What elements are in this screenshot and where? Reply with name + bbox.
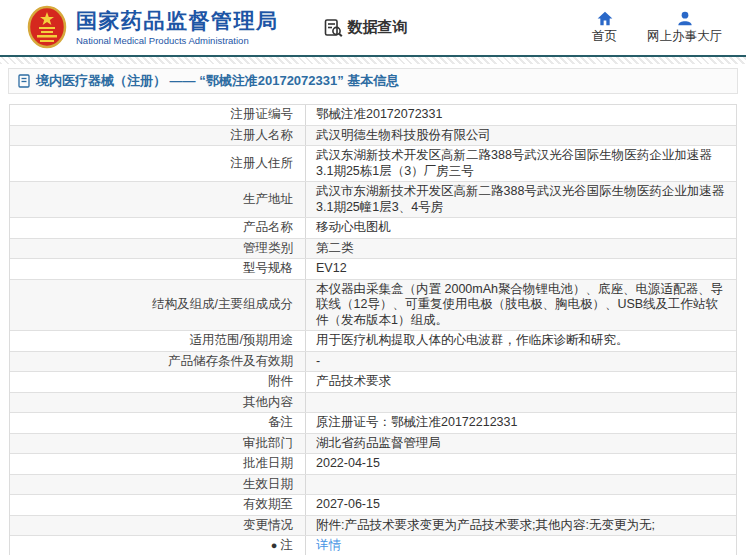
row-value: 用于医疗机构提取人体的心电波群，作临床诊断和研究。 bbox=[306, 331, 736, 351]
table-row: 批准日期2022-04-15 bbox=[10, 454, 736, 475]
row-label: 备注 bbox=[10, 413, 306, 433]
table-row: 管理类别第二类 bbox=[10, 239, 736, 260]
row-value: 移动心电图机 bbox=[306, 218, 736, 238]
table-row: 变更情况附件:产品技术要求变更为产品技术要求;其他内容:无变更为无; bbox=[10, 516, 736, 537]
table-row: 其他内容 bbox=[10, 393, 736, 414]
row-value: 产品技术要求 bbox=[306, 372, 736, 392]
table-row: 审批部门湖北省药品监督管理局 bbox=[10, 434, 736, 455]
row-value: 第二类 bbox=[306, 239, 736, 259]
table-row: 产品名称移动心电图机 bbox=[10, 218, 736, 239]
row-label: 生效日期 bbox=[10, 475, 306, 495]
row-value: 附件:产品技术要求变更为产品技术要求;其他内容:无变更为无; bbox=[306, 516, 736, 536]
row-label: 产品名称 bbox=[10, 218, 306, 238]
nav-item-label: 网上办事大厅 bbox=[647, 28, 722, 45]
row-value: EV12 bbox=[306, 259, 736, 279]
row-value bbox=[306, 475, 736, 495]
row-label: 变更情况 bbox=[10, 516, 306, 536]
table-row: ●注详情 bbox=[10, 536, 736, 555]
row-label: 其他内容 bbox=[10, 393, 306, 413]
document-search-icon bbox=[323, 18, 343, 38]
row-label: ●注 bbox=[10, 536, 306, 555]
row-value: 2022-04-15 bbox=[306, 454, 736, 474]
row-value: 武汉明德生物科技股份有限公司 bbox=[306, 126, 736, 146]
nmpa-logo[interactable]: 国家药品监督管理局 National Medical Products Admi… bbox=[27, 5, 279, 51]
row-value: 本仪器由采集盒（内置 2000mAh聚合物锂电池）、底座、电源适配器、导联线（1… bbox=[306, 280, 736, 331]
breadcrumb: 境内医疗器械（注册） —— “鄂械注准20172072331” 基本信息 bbox=[8, 68, 738, 94]
row-value bbox=[306, 393, 736, 413]
agency-title: 国家药品监督管理局 National Medical Products Admi… bbox=[76, 9, 279, 46]
striped-divider bbox=[0, 57, 746, 64]
nav-item-service-hall[interactable]: 网上办事大厅 bbox=[647, 11, 722, 45]
table-row: 结构及组成/主要组成成分本仪器由采集盒（内置 2000mAh聚合物锂电池）、底座… bbox=[10, 280, 736, 332]
row-label: 注册人名称 bbox=[10, 126, 306, 146]
row-value: 详情 bbox=[306, 536, 736, 555]
data-query-label: 数据查询 bbox=[348, 18, 408, 37]
row-value: 原注册证号：鄂械注准20172212331 bbox=[306, 413, 736, 433]
table-row: 注册证编号鄂械注准20172072331 bbox=[10, 105, 736, 126]
row-value: - bbox=[306, 352, 736, 372]
row-label: 管理类别 bbox=[10, 239, 306, 259]
top-header: 国家药品监督管理局 National Medical Products Admi… bbox=[0, 0, 746, 57]
row-label: 适用范围/预期用途 bbox=[10, 331, 306, 351]
row-label: 型号规格 bbox=[10, 259, 306, 279]
user-icon bbox=[677, 11, 693, 26]
row-value: 武汉东湖新技术开发区高新二路388号武汉光谷国际生物医药企业加速器3.1期25栋… bbox=[306, 146, 736, 181]
table-row: 产品储存条件及有效期- bbox=[10, 352, 736, 373]
agency-title-cn: 国家药品监督管理局 bbox=[76, 9, 279, 33]
row-label: 结构及组成/主要组成成分 bbox=[10, 280, 306, 331]
detail-link[interactable]: 详情 bbox=[316, 538, 341, 554]
info-table: 注册证编号鄂械注准20172072331注册人名称武汉明德生物科技股份有限公司注… bbox=[9, 104, 737, 555]
row-label: 注册证编号 bbox=[10, 105, 306, 125]
header-nav: 首页 网上办事大厅 bbox=[592, 11, 722, 45]
row-label: 注册人住所 bbox=[10, 146, 306, 181]
row-value: 2027-06-15 bbox=[306, 495, 736, 515]
row-label: 生产地址 bbox=[10, 182, 306, 217]
table-row: 生产地址武汉市东湖新技术开发区高新二路388号武汉光谷国际生物医药企业加速器3.… bbox=[10, 182, 736, 218]
table-row: 适用范围/预期用途用于医疗机构提取人体的心电波群，作临床诊断和研究。 bbox=[10, 331, 736, 352]
agency-title-en: National Medical Products Administration bbox=[76, 35, 279, 46]
table-row: 型号规格EV12 bbox=[10, 259, 736, 280]
table-row: 有效期至2027-06-15 bbox=[10, 495, 736, 516]
document-icon bbox=[18, 74, 30, 88]
row-label: 产品储存条件及有效期 bbox=[10, 352, 306, 372]
nav-item-home[interactable]: 首页 bbox=[592, 11, 617, 45]
row-value: 武汉市东湖新技术开发区高新二路388号武汉光谷国际生物医药企业加速器3.1期25… bbox=[306, 182, 736, 217]
row-label: 批准日期 bbox=[10, 454, 306, 474]
note-icon: ● bbox=[271, 540, 278, 551]
row-label: 附件 bbox=[10, 372, 306, 392]
row-label: 有效期至 bbox=[10, 495, 306, 515]
page-title: 境内医疗器械（注册） —— “鄂械注准20172072331” 基本信息 bbox=[36, 72, 399, 90]
table-row: 注册人名称武汉明德生物科技股份有限公司 bbox=[10, 126, 736, 147]
table-row: 生效日期 bbox=[10, 475, 736, 496]
row-value: 湖北省药品监督管理局 bbox=[306, 434, 736, 454]
row-value: 鄂械注准20172072331 bbox=[306, 105, 736, 125]
nav-item-label: 首页 bbox=[592, 28, 617, 45]
row-label: 审批部门 bbox=[10, 434, 306, 454]
table-row: 备注原注册证号：鄂械注准20172212331 bbox=[10, 413, 736, 434]
table-row: 注册人住所武汉东湖新技术开发区高新二路388号武汉光谷国际生物医药企业加速器3.… bbox=[10, 146, 736, 182]
table-row: 附件产品技术要求 bbox=[10, 372, 736, 393]
home-icon bbox=[597, 11, 613, 26]
national-emblem-icon bbox=[27, 5, 67, 51]
data-query-tab[interactable]: 数据查询 bbox=[323, 18, 408, 38]
